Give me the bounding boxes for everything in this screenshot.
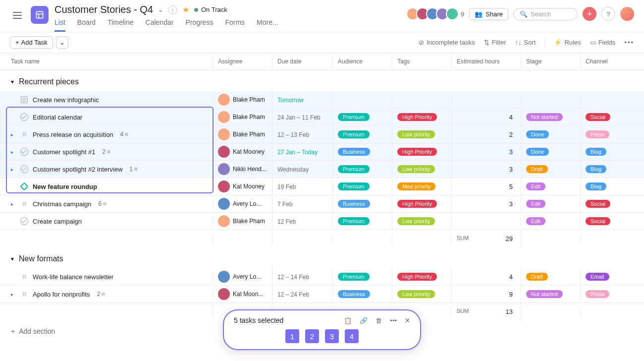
- incomplete-tasks-filter[interactable]: ⊘Incomplete tasks: [419, 39, 475, 46]
- task-row[interactable]: ▸⌗Press release on acquisition4 ⌗Blake P…: [0, 126, 644, 143]
- task-row[interactable]: ▸⌗Apollo for nonprofits2 ⌗Kat Moon...12 …: [0, 286, 644, 303]
- due-date[interactable]: 12 Feb: [277, 218, 296, 225]
- col-tags[interactable]: Tags: [392, 53, 452, 70]
- col-assignee[interactable]: Assignee: [213, 53, 272, 70]
- tab-list[interactable]: List: [54, 18, 65, 32]
- hours-cell[interactable]: [452, 216, 521, 226]
- hours-cell[interactable]: 5: [452, 178, 521, 195]
- col-channel[interactable]: Channel: [581, 53, 634, 70]
- stage-cell[interactable]: Draft: [521, 160, 581, 178]
- stage-cell[interactable]: [521, 95, 581, 105]
- audience-cell[interactable]: Premium: [333, 108, 392, 126]
- task-name[interactable]: Create new infographic: [33, 96, 99, 104]
- assignee-cell[interactable]: Blake Pham: [218, 128, 267, 140]
- stage-cell[interactable]: Not started: [521, 285, 581, 303]
- assignee-cell[interactable]: Avery Lomax: [218, 198, 267, 210]
- channel-cell[interactable]: Social: [581, 212, 634, 230]
- chevron-down-icon[interactable]: ⌄: [158, 6, 163, 13]
- stage-cell[interactable]: Draft: [521, 268, 581, 286]
- add-button[interactable]: +: [583, 7, 596, 21]
- due-date[interactable]: Tomorrow: [277, 97, 304, 104]
- add-task-button[interactable]: +Add Task: [10, 36, 53, 49]
- audience-cell[interactable]: [333, 95, 392, 105]
- col-audience[interactable]: Audience: [333, 53, 392, 70]
- task-row[interactable]: ▸⌗Christmas campaign6 ⌗Avery Lomax7 FebB…: [0, 195, 644, 213]
- expand-caret-icon[interactable]: ▸: [11, 167, 16, 172]
- assignee-cell[interactable]: Blake Pham: [218, 111, 267, 123]
- expand-caret-icon[interactable]: ▸: [11, 292, 16, 297]
- task-row[interactable]: Editorial calendarBlake Pham24 Jan – 11 …: [0, 109, 644, 126]
- tags-cell[interactable]: Med priority: [392, 178, 452, 195]
- tags-cell[interactable]: Low priority: [392, 160, 452, 178]
- due-date[interactable]: 19 Feb: [277, 183, 296, 190]
- stage-cell[interactable]: Edit: [521, 178, 581, 195]
- due-date[interactable]: 12 – 24 Feb: [277, 291, 309, 298]
- assignee-cell[interactable]: Blake Pham: [218, 215, 267, 227]
- tab-more[interactable]: More...: [257, 18, 278, 32]
- expand-caret-icon[interactable]: ▸: [11, 149, 16, 155]
- channel-cell[interactable]: Press: [581, 125, 634, 143]
- task-type-icon[interactable]: [20, 165, 29, 174]
- task-name[interactable]: Create campaign: [33, 218, 82, 225]
- due-date[interactable]: 12 – 13 Feb: [277, 131, 309, 138]
- task-type-icon[interactable]: ⌗: [20, 199, 29, 208]
- project-title[interactable]: Customer Stories - Q4: [54, 4, 153, 15]
- expand-caret-icon[interactable]: ▸: [11, 132, 16, 137]
- trash-icon[interactable]: 🗑: [376, 317, 382, 324]
- task-name[interactable]: New feature roundup: [33, 183, 97, 190]
- tab-calendar[interactable]: Calendar: [146, 18, 174, 32]
- due-date[interactable]: 7 Feb: [277, 201, 293, 208]
- task-type-icon[interactable]: [20, 113, 29, 121]
- audience-cell[interactable]: Business: [333, 143, 392, 161]
- due-date[interactable]: 27 Jan – Today: [277, 149, 318, 156]
- tags-cell[interactable]: High Priority: [392, 108, 452, 126]
- audience-cell[interactable]: Business: [333, 285, 392, 303]
- hours-cell[interactable]: 2: [452, 126, 521, 143]
- channel-cell[interactable]: [581, 95, 634, 105]
- assignee-cell[interactable]: Kat Mooney: [218, 180, 267, 192]
- task-type-icon[interactable]: ⌗: [20, 130, 29, 139]
- tags-cell[interactable]: Low priority: [392, 285, 452, 303]
- fields-button[interactable]: ▭Fields: [590, 39, 616, 46]
- assignee-cell[interactable]: Kat Moon...: [218, 288, 267, 300]
- hours-cell[interactable]: [452, 95, 521, 105]
- task-type-icon[interactable]: [20, 147, 29, 156]
- audience-cell[interactable]: Premium: [333, 268, 392, 286]
- filter-button[interactable]: ⇅Filter: [484, 39, 506, 46]
- channel-cell[interactable]: Email: [581, 268, 634, 286]
- tab-board[interactable]: Board: [77, 18, 96, 32]
- task-row[interactable]: ⌗Work-life balance newsletterAvery Lomax…: [0, 268, 644, 286]
- task-name[interactable]: Christmas campaign: [33, 200, 92, 208]
- tags-cell[interactable]: [392, 95, 452, 105]
- close-icon[interactable]: ✕: [405, 317, 410, 324]
- channel-cell[interactable]: Press: [581, 285, 634, 303]
- tags-cell[interactable]: Low priority: [392, 212, 452, 230]
- channel-cell[interactable]: Blog: [581, 160, 634, 178]
- col-hours[interactable]: Estimated hours: [452, 53, 521, 70]
- info-icon[interactable]: i: [168, 5, 177, 14]
- more-options[interactable]: •••: [624, 39, 634, 46]
- hours-cell[interactable]: 9: [452, 286, 521, 303]
- stage-cell[interactable]: Done: [521, 143, 581, 161]
- audience-cell[interactable]: Premium: [333, 125, 392, 143]
- stage-cell[interactable]: Edit: [521, 195, 581, 213]
- assignee-cell[interactable]: Kat Mooney: [218, 146, 267, 158]
- tab-forms[interactable]: Forms: [225, 18, 245, 32]
- task-type-icon[interactable]: [20, 95, 29, 104]
- task-row[interactable]: New feature roundupKat Mooney19 FebPremi…: [0, 178, 644, 195]
- stage-cell[interactable]: Done: [521, 125, 581, 143]
- task-row[interactable]: ▸Customer spotlight #12 ⌗Kat Mooney27 Ja…: [0, 143, 644, 161]
- audience-cell[interactable]: Premium: [333, 178, 392, 195]
- audience-cell[interactable]: Premium: [333, 160, 392, 178]
- task-name[interactable]: Apollo for nonprofits: [33, 291, 90, 298]
- section-header[interactable]: ▾New formats: [0, 247, 644, 268]
- profile-avatar[interactable]: [620, 7, 634, 21]
- assignee-cell[interactable]: Blake Pham: [218, 94, 267, 106]
- channel-cell[interactable]: Social: [581, 108, 634, 126]
- audience-cell[interactable]: Premium: [333, 212, 392, 230]
- col-task-name[interactable]: Task name: [0, 53, 213, 70]
- clipboard-icon[interactable]: 📋: [344, 317, 352, 324]
- status-pill[interactable]: On Track: [194, 6, 227, 13]
- task-row[interactable]: ▸Customer spotlight #2 interview1 ⌗Nikki…: [0, 161, 644, 178]
- tags-cell[interactable]: High Priority: [392, 268, 452, 286]
